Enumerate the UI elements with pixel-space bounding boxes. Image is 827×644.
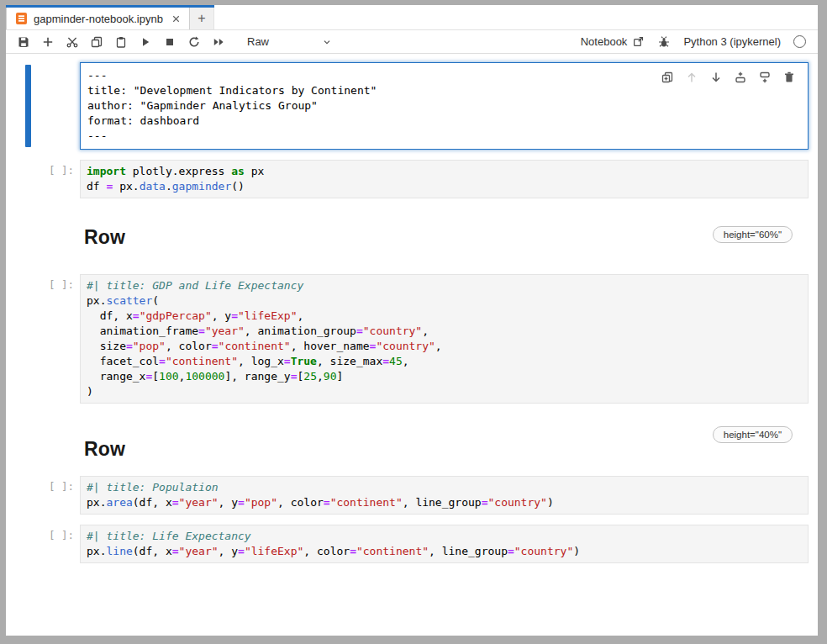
tab-gapminder-notebook[interactable]: gapminder-notebook.ipynb	[6, 8, 190, 29]
tab-bar: gapminder-notebook.ipynb +	[6, 5, 818, 30]
cell-toolbar	[661, 71, 796, 84]
restart-run-all-button[interactable]	[206, 32, 230, 51]
bug-icon	[657, 35, 671, 49]
delete-cell-button[interactable]	[782, 71, 796, 84]
insert-cell-button[interactable]	[35, 32, 60, 51]
plus-icon: +	[198, 11, 205, 26]
raw-cell: ---title: "Development Indicators by Con…	[6, 62, 818, 150]
notebook-panel-link[interactable]: Notebook	[581, 35, 645, 48]
code-line: author: "Gapminder Analytics Group"	[87, 98, 804, 113]
new-tab-button[interactable]: +	[190, 8, 214, 29]
run-icon	[139, 35, 152, 49]
jupyterlab-window: gapminder-notebook.ipynb +	[6, 5, 818, 636]
height-badge: height="60%"	[713, 226, 793, 243]
delete-cell-icon	[782, 71, 796, 84]
cell-type-dropdown[interactable]: Raw	[242, 33, 338, 50]
row-heading: Row	[84, 438, 125, 461]
code-line: px.line(df, x="year", y="lifeExp", color…	[87, 544, 804, 559]
scissors-icon	[66, 35, 79, 49]
row-heading: Row	[84, 226, 125, 249]
move-cell-down-icon	[709, 71, 723, 84]
notebook-link-label: Notebook	[581, 35, 628, 48]
cell-editor[interactable]: #| title: GDP and Life Expectancypx.scat…	[80, 274, 809, 404]
code-line: ---	[87, 129, 804, 144]
tab-title: gapminder-notebook.ipynb	[34, 13, 163, 25]
insert-cell-above-button[interactable]	[734, 71, 747, 84]
cell-editor[interactable]: #| title: Populationpx.area(df, x="year"…	[80, 476, 809, 515]
move-cell-up-button	[685, 71, 698, 84]
markdown-cell[interactable]: Rowheight="60%"	[84, 220, 793, 249]
code-line: import plotly.express as px	[87, 164, 804, 179]
cell-type-value: Raw	[247, 35, 269, 48]
stop-icon	[163, 35, 176, 49]
chevron-down-icon	[321, 36, 333, 48]
restart-kernel-button[interactable]	[182, 32, 206, 51]
copy-cells-button[interactable]	[84, 32, 108, 51]
insert-cell-below-icon	[758, 71, 772, 84]
active-cell-collapser[interactable]	[25, 65, 31, 147]
code-line: px.scatter(	[87, 293, 804, 309]
tab-strip: gapminder-notebook.ipynb +	[6, 5, 214, 29]
code-line: #| title: Population	[87, 480, 804, 495]
move-cell-down-button[interactable]	[709, 71, 723, 84]
code-line: animation_frame="year", animation_group=…	[87, 324, 804, 339]
debugger-button[interactable]	[657, 35, 671, 49]
code-cell: [ ]:#| title: GDP and Life Expectancypx.…	[6, 274, 818, 404]
code-line: df = px.data.gapminder()	[87, 179, 804, 194]
notebook-toolbar: Raw Notebook Python 3 (ipykernel)	[6, 30, 818, 54]
cell-prompt	[6, 62, 80, 150]
cell-prompt: [ ]:	[6, 476, 80, 515]
plus-icon	[41, 35, 55, 49]
external-link-icon	[632, 35, 645, 48]
clipboard-icon	[114, 35, 128, 49]
code-line: )	[87, 384, 804, 399]
cut-cells-button[interactable]	[60, 32, 84, 51]
code-line: px.area(df, x="year", y="pop", color="co…	[87, 495, 804, 510]
code-line: #| title: Life Expectancy	[87, 529, 804, 544]
markdown-cell[interactable]: Rowheight="40%"	[84, 424, 793, 461]
move-cell-up-icon	[685, 71, 698, 84]
insert-cell-above-icon	[734, 71, 747, 84]
run-cell-button[interactable]	[133, 32, 157, 51]
close-icon[interactable]	[171, 13, 182, 24]
code-cell: [ ]:#| title: Populationpx.area(df, x="y…	[6, 476, 818, 515]
notebook-icon	[15, 12, 28, 25]
save-icon	[17, 35, 30, 49]
notebook-cells: ---title: "Development Indicators by Con…	[6, 62, 818, 563]
cell-prompt: [ ]:	[6, 274, 80, 404]
cell-prompt: [ ]:	[6, 160, 80, 198]
code-line: format: dashboard	[87, 113, 804, 129]
duplicate-cell-icon	[661, 71, 674, 84]
code-line: #| title: GDP and Life Expectancy	[87, 278, 804, 293]
paste-cells-button[interactable]	[108, 32, 133, 51]
code-cell: [ ]:import plotly.express as pxdf = px.d…	[6, 160, 818, 198]
cell-prompt: [ ]:	[6, 525, 80, 563]
cell-editor[interactable]: #| title: Life Expectancypx.line(df, x="…	[80, 525, 809, 563]
cell-editor[interactable]: import plotly.express as pxdf = px.data.…	[80, 160, 809, 198]
duplicate-cell-button[interactable]	[661, 71, 674, 84]
kernel-status-icon[interactable]	[793, 35, 806, 48]
code-line: title: "Development Indicators by Contin…	[87, 83, 804, 98]
insert-cell-below-button[interactable]	[758, 71, 772, 84]
height-badge: height="40%"	[713, 426, 793, 443]
code-line: size="pop", color="continent", hover_nam…	[87, 339, 804, 354]
cell-editor[interactable]: ---title: "Development Indicators by Con…	[80, 62, 809, 150]
kernel-name[interactable]: Python 3 (ipykernel)	[683, 35, 781, 48]
save-button[interactable]	[11, 32, 35, 51]
code-cell: [ ]:#| title: Life Expectancypx.line(df,…	[6, 525, 818, 563]
code-line: range_x=[100,100000], range_y=[25,90]	[87, 369, 804, 384]
code-line: df, x="gdpPercap", y="lifeExp",	[87, 309, 804, 324]
code-line: facet_col="continent", log_x=True, size_…	[87, 354, 804, 369]
copy-icon	[90, 35, 103, 49]
restart-icon	[187, 35, 201, 49]
interrupt-kernel-button[interactable]	[157, 32, 182, 51]
fast-forward-icon	[212, 35, 225, 49]
toolbar-right-group: Notebook Python 3 (ipykernel)	[581, 35, 809, 49]
